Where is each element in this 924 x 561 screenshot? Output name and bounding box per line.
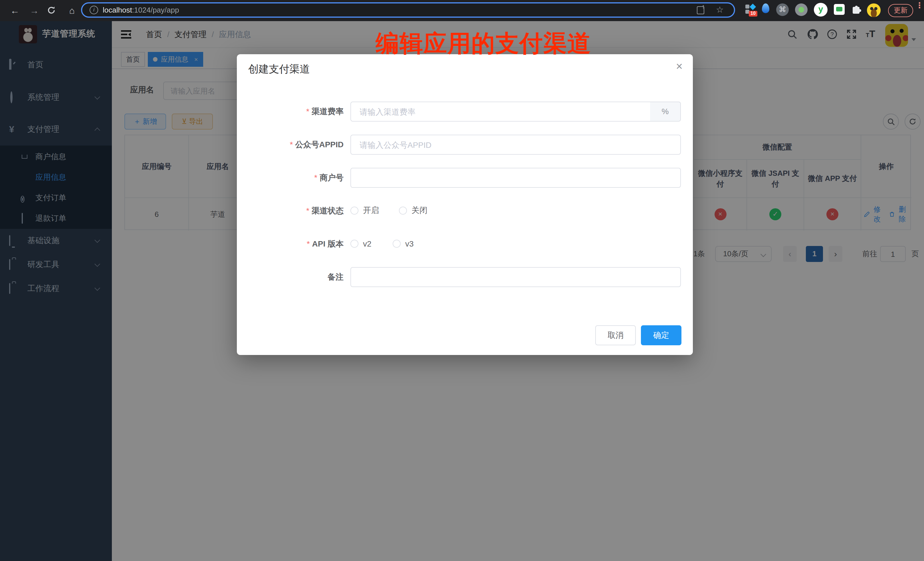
extension-record-icon[interactable] (795, 3, 808, 16)
radio-label: 开启 (363, 206, 379, 216)
create-pay-channel-dialog: 创建支付渠道 × *渠道费率 % *公众号APPID *商户号 *渠道状态 开启… (237, 54, 693, 355)
mchid-input[interactable] (350, 168, 681, 188)
bookmark-star-icon[interactable]: ☆ (716, 4, 724, 15)
radio-label: 关闭 (411, 206, 428, 216)
share-arrow-icon: ↑ (702, 3, 705, 10)
field-label-mchid: *商户号 (237, 172, 344, 183)
rate-suffix: % (650, 102, 681, 122)
browser-reload-icon[interactable] (47, 6, 60, 15)
browser-profile-avatar[interactable] (867, 3, 880, 17)
required-asterisk: * (307, 239, 310, 248)
label-text: 备注 (328, 272, 344, 281)
required-asterisk: * (290, 140, 293, 149)
extension-diamond (750, 4, 756, 10)
radio-circle-icon (393, 240, 400, 248)
browser-update-button[interactable]: 更新 (888, 4, 913, 17)
label-text: 商户号 (320, 173, 344, 182)
label-text: 渠道状态 (312, 206, 344, 215)
extension-command-icon[interactable]: ⌘ (776, 3, 789, 16)
field-label-rate: *渠道费率 (237, 106, 344, 117)
cancel-button[interactable]: 取消 (595, 325, 636, 345)
browser-home-icon[interactable]: ⌂ (65, 0, 79, 21)
required-asterisk: * (306, 206, 309, 215)
appid-input[interactable] (350, 135, 681, 154)
rate-input[interactable] (350, 102, 651, 122)
api-v3-radio[interactable]: v3 (393, 238, 414, 249)
api-v2-radio[interactable]: v2 (350, 238, 372, 249)
field-label-remark: 备注 (237, 271, 344, 282)
dialog-close-icon[interactable]: × (676, 60, 682, 73)
radio-circle-icon (350, 240, 358, 248)
browser-back-icon[interactable]: ← (8, 0, 22, 21)
site-info-icon[interactable]: i (90, 6, 98, 14)
remark-input[interactable] (350, 267, 681, 287)
extension-balloon-icon[interactable] (762, 3, 770, 13)
field-label-status: *渠道状态 (237, 205, 344, 216)
required-asterisk: * (306, 107, 309, 116)
field-label-appid: *公众号APPID (237, 139, 344, 150)
required-asterisk: * (314, 173, 317, 182)
browser-forward-icon[interactable]: → (27, 0, 41, 21)
field-label-api: *API 版本 (237, 238, 344, 249)
extension-y-icon[interactable]: y (814, 3, 828, 16)
url-text[interactable]: localhost:1024/pay/app (103, 3, 179, 16)
radio-label: v3 (405, 239, 414, 248)
extension-chat-icon[interactable] (834, 4, 844, 15)
label-text: API 版本 (312, 239, 344, 248)
radio-circle-icon (399, 207, 407, 214)
status-on-radio[interactable]: 开启 (350, 205, 379, 216)
screen: ← → ⌂ i localhost:1024/pay/app ↑ ☆ 10 ⌘ … (0, 0, 924, 561)
green-dot (798, 7, 804, 12)
extensions-puzzle-icon[interactable] (853, 7, 860, 14)
status-off-radio[interactable]: 关闭 (399, 205, 428, 216)
radio-label: v2 (363, 239, 372, 248)
address-bar[interactable]: i localhost:1024/pay/app ↑ ☆ (81, 2, 735, 18)
radio-circle-icon (350, 207, 358, 214)
url-path: :1024/pay/app (132, 6, 179, 14)
extension-square (746, 4, 749, 9)
label-text: 渠道费率 (312, 107, 344, 116)
label-text: 公众号APPID (295, 140, 344, 149)
confirm-button[interactable]: 确定 (641, 325, 681, 345)
browser-menu-icon[interactable]: ⋮ (915, 3, 921, 8)
browser-toolbar: ← → ⌂ i localhost:1024/pay/app ↑ ☆ 10 ⌘ … (0, 0, 924, 21)
url-host: localhost (103, 6, 132, 14)
chat-bubble (836, 7, 842, 11)
extension-badge: 10 (749, 11, 758, 16)
red-annotation-text: 编辑应用的支付渠道 (375, 28, 591, 59)
dialog-title: 创建支付渠道 (248, 62, 310, 76)
